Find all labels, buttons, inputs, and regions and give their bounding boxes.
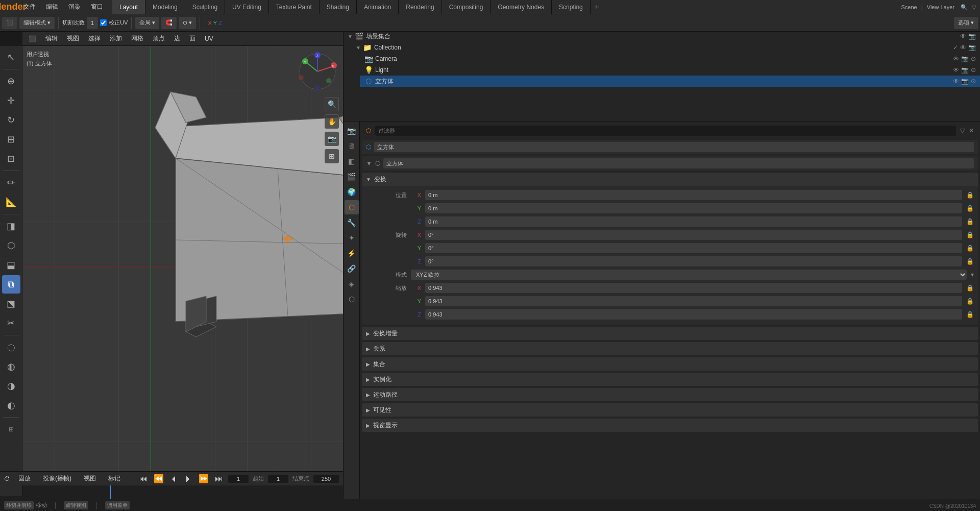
loop-cut-tool-button[interactable]: ⧉	[2, 275, 20, 294]
pos-y-lock[interactable]: 🔒	[966, 205, 974, 212]
tab-shading[interactable]: Shading	[320, 0, 357, 14]
rot-y-field[interactable]: 0°	[425, 243, 962, 253]
search-icon[interactable]: 🔍	[961, 4, 968, 11]
menu-editor-add[interactable]: 添加	[106, 32, 126, 45]
next-keyframe-button[interactable]: ⏩	[198, 473, 210, 484]
camera-render[interactable]: 📷	[961, 55, 969, 62]
tab-rendering[interactable]: Rendering	[399, 0, 442, 14]
pos-x-lock[interactable]: 🔒	[966, 191, 974, 199]
prop-icon-material[interactable]: ⬡	[345, 292, 359, 306]
prop-icon-particles[interactable]: ✦	[345, 231, 359, 245]
timeline-menu-1[interactable]: 固放	[14, 472, 35, 485]
editor-type-button[interactable]: ⬛	[2, 17, 17, 29]
scale-z-field[interactable]: 0.943	[425, 309, 962, 320]
tab-layout[interactable]: Layout	[112, 0, 145, 14]
collection-render[interactable]: 📷	[968, 44, 976, 51]
inset-tool-button[interactable]: ⬡	[2, 236, 20, 255]
scale-y-lock[interactable]: 🔒	[966, 298, 974, 305]
spin-tool-button[interactable]: ◌	[2, 338, 20, 356]
bevel-tool-button[interactable]: ⬓	[2, 256, 20, 274]
tab-modeling[interactable]: Modeling	[145, 0, 185, 14]
snap-dropdown[interactable]: 全局 ▾	[135, 17, 159, 29]
cube-vis[interactable]: 👁	[953, 78, 959, 85]
rot-x-lock[interactable]: 🔒	[966, 231, 974, 238]
prop-icon-world[interactable]: 🌍	[345, 185, 359, 199]
visibility-header[interactable]: ▶ 可见性	[362, 403, 978, 417]
annotate-tool-button[interactable]: ✏	[2, 174, 20, 192]
prop-filter-icon[interactable]: ▽	[960, 127, 965, 134]
menu-editor-face[interactable]: 面	[185, 32, 200, 45]
menu-render[interactable]: 渲染	[63, 0, 86, 14]
menu-editor-edge[interactable]: 边	[170, 32, 184, 45]
viewport-editor-icon[interactable]: ⬛	[24, 32, 40, 45]
current-frame-field[interactable]: 1	[228, 475, 249, 483]
cuts-value-field[interactable]: 1	[87, 17, 98, 29]
edge-crease-tool-button[interactable]: ◑	[2, 377, 20, 395]
timeline-track[interactable]	[0, 484, 343, 499]
jump-end-button[interactable]: ⏭	[214, 473, 224, 484]
object-name-field[interactable]: 立方体	[374, 142, 974, 152]
rot-z-field[interactable]: 0°	[425, 256, 962, 266]
jump-start-button[interactable]: ⏮	[138, 473, 149, 484]
menu-editor-vertex[interactable]: 顶点	[149, 32, 169, 45]
timeline-menu-4[interactable]: 标记	[104, 472, 125, 485]
scale-y-field[interactable]: 0.943	[425, 296, 962, 306]
cursor-tool-button[interactable]: ⊕	[2, 72, 20, 90]
cube-item[interactable]: ⬡ 立方体 👁 📷 ⊙	[360, 76, 980, 87]
collection-vis[interactable]: 👁	[960, 44, 966, 51]
tab-uv-editing[interactable]: UV Editing	[225, 0, 269, 14]
rotate-tool-button[interactable]: ↻	[2, 111, 20, 129]
show-all-tools-button[interactable]: ⊞	[2, 420, 20, 439]
rot-y-lock[interactable]: 🔒	[966, 245, 974, 252]
menu-editor-mesh[interactable]: 网格	[127, 32, 148, 45]
rot-x-field[interactable]: 0°	[425, 230, 962, 240]
camera-view-button[interactable]: 📷	[325, 132, 339, 146]
navigation-gizmo[interactable]: X Y Z	[297, 51, 338, 92]
relations-header[interactable]: ▶ 关系	[362, 342, 978, 355]
pos-y-field[interactable]: 0 m	[425, 203, 962, 213]
smooth-tool-button[interactable]: ◍	[2, 357, 20, 376]
menu-edit[interactable]: 编辑	[41, 0, 63, 14]
viewport-display-header[interactable]: ▶ 视窗显示	[362, 419, 978, 432]
motion-path-header[interactable]: ▶ 运动路径	[362, 388, 978, 401]
tab-scripting[interactable]: Scripting	[552, 0, 591, 14]
prop-icon-scene[interactable]: 🎬	[345, 169, 359, 184]
pos-z-lock[interactable]: 🔒	[966, 218, 974, 225]
play-button[interactable]: ⏵	[183, 473, 193, 484]
camera-vis[interactable]: 👁	[953, 55, 959, 62]
extrude-tool-button[interactable]: ◨	[2, 217, 20, 235]
shear-tool-button[interactable]: ◐	[2, 396, 20, 415]
menu-editor-select[interactable]: 选择	[84, 32, 105, 45]
prop-icon-constraints[interactable]: 🔗	[345, 261, 359, 276]
move-tool-button[interactable]: ✛	[2, 91, 20, 110]
timeline-editor-icon[interactable]: ⏱	[4, 475, 10, 482]
menu-editor-view[interactable]: 视图	[63, 32, 83, 45]
scene-render-icon[interactable]: 📷	[968, 33, 976, 40]
transform-delta-header[interactable]: ▶ 变换增量	[362, 327, 978, 340]
play-reverse-button[interactable]: ⏴	[169, 473, 179, 484]
tab-animation[interactable]: Animation	[357, 0, 399, 14]
light-render[interactable]: 📷	[961, 66, 969, 74]
select-tool-button[interactable]: ↖	[2, 48, 20, 66]
light-item[interactable]: 💡 Light 👁 📷 ⊙	[360, 64, 980, 76]
scale-x-field[interactable]: 0.943	[425, 283, 962, 293]
proportional-button[interactable]: ⊙ ▾	[179, 17, 196, 29]
prop-icon-view-layer[interactable]: ◧	[345, 154, 359, 168]
scale-tool-button[interactable]: ⊞	[2, 130, 20, 149]
collections-header[interactable]: ▶ 集合	[362, 357, 978, 371]
add-workspace-button[interactable]: +	[591, 0, 603, 14]
prop-search-input[interactable]	[375, 126, 956, 136]
camera-extra[interactable]: ⊙	[971, 55, 976, 62]
zoom-in-button[interactable]: 🔍	[325, 97, 339, 111]
menu-editor-edit[interactable]: 编辑	[41, 32, 62, 45]
scale-x-lock[interactable]: 🔒	[966, 284, 974, 291]
prop-icon-modifier[interactable]: 🔧	[345, 215, 359, 230]
prop-icon-output[interactable]: 🖥	[345, 139, 359, 153]
prop-close-icon[interactable]: ✕	[969, 127, 974, 134]
menu-window[interactable]: 窗口	[86, 0, 108, 14]
start-frame-field[interactable]: 1	[268, 475, 288, 483]
prop-icon-object[interactable]: ⬡	[345, 200, 359, 214]
filter-icon[interactable]: ▽	[972, 4, 976, 11]
prop-icon-scene-render[interactable]: 📷	[345, 124, 359, 138]
menu-editor-uv[interactable]: UV	[201, 32, 217, 45]
